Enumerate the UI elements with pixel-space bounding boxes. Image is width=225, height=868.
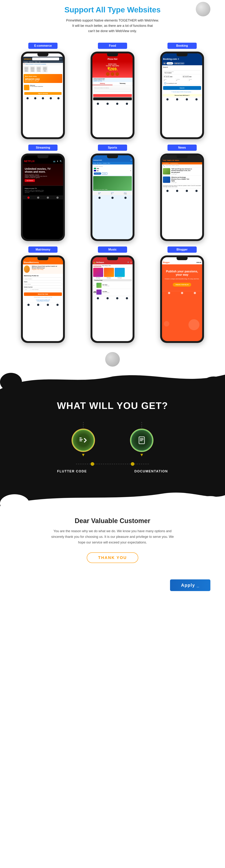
- search-icon[interactable]: [176, 98, 178, 100]
- saved-nav-icon[interactable]: [186, 190, 188, 192]
- teams-nav-icon[interactable]: [111, 197, 114, 199]
- cast-icon[interactable]: 📺: [53, 160, 55, 162]
- create-team-btn[interactable]: Create Team: [94, 173, 101, 175]
- search-nav-icon[interactable]: [37, 304, 39, 306]
- music-bottom-nav: [92, 296, 133, 300]
- profile-icon[interactable]: [57, 97, 59, 99]
- doc-down-arrow: ▼: [140, 452, 144, 458]
- svg-rect-9: [140, 440, 142, 441]
- music-song-item-2[interactable]: 2021 Teri Baat Various Artists: [92, 289, 133, 296]
- home-nav-icon[interactable]: [97, 103, 99, 105]
- location-input[interactable]: [94, 89, 131, 92]
- news-screen: THE TIMES OF INDIA TOP NEWS CORONAVIRUS …: [162, 155, 202, 239]
- blogger-signin[interactable]: SIGN IN: [197, 262, 201, 263]
- pizza-pizza-circles: [94, 72, 131, 76]
- trending-tab[interactable]: Trending Songs: [93, 265, 101, 267]
- profile-nav-icon[interactable]: [194, 292, 196, 294]
- home-nav-icon[interactable]: [168, 292, 170, 294]
- news-sub-header: TOP NEWS CORONAVIRUS: [162, 162, 202, 164]
- get-labels-row: FLUTTER CODE DOCUMENTATION: [18, 469, 207, 473]
- profile-nav-icon[interactable]: [126, 103, 128, 105]
- around-location-field[interactable]: Around current location Your location: [163, 70, 201, 74]
- pizza-banner: MOMO MIAL TASTE THE EPIC ₹269.: [92, 61, 133, 78]
- home-nav-icon[interactable]: [97, 297, 99, 299]
- search-icon[interactable]: 🔍: [163, 165, 165, 167]
- profile-nav-icon[interactable]: [56, 196, 59, 199]
- checkout-date[interactable]: Check-out date Sat, Jan 22, 2022: [182, 74, 201, 78]
- phone-notch-sports: [107, 155, 118, 158]
- amazon-sign-in-btn[interactable]: Sign in securely: [23, 91, 63, 96]
- name-input[interactable]: Enter Name: [24, 283, 62, 286]
- search-nav-icon[interactable]: [181, 292, 183, 294]
- home-nav-icon[interactable]: [166, 190, 169, 192]
- profile-for-dropdown[interactable]: Select Profile ▾: [24, 277, 62, 280]
- library-nav-icon[interactable]: [116, 297, 118, 299]
- amazon-nav: Category Wish List Deals Sell: [23, 61, 63, 63]
- desi-tab[interactable]: Desi: [109, 265, 111, 267]
- apply-button[interactable]: Apply _: [170, 579, 210, 591]
- phone-notch-streaming: [37, 155, 48, 158]
- create-blog-btn[interactable]: CREATE YOUR BLOG: [173, 283, 191, 287]
- cart-icon[interactable]: [42, 97, 44, 99]
- search-icon[interactable]: 🔍: [128, 261, 129, 263]
- header-section: Support All Type Websites PrimeWeb suppo…: [0, 0, 225, 37]
- menu-icon[interactable]: [50, 97, 52, 99]
- contest-buttons: Create Team Contests: [94, 173, 131, 175]
- home-nav-icon[interactable]: [27, 304, 30, 306]
- search-nav-icon[interactable]: [176, 190, 178, 192]
- amazon-search-bar[interactable]: Search products...: [32, 57, 59, 60]
- home-nav-icon[interactable]: [27, 196, 30, 199]
- adults-field[interactable]: Adults 2: [163, 78, 176, 82]
- menu-icon[interactable]: ☰: [131, 261, 132, 263]
- stays-tab[interactable]: 🏠: [163, 62, 166, 65]
- saved-nav-icon[interactable]: [47, 196, 49, 199]
- profile-nav-icon[interactable]: [126, 297, 128, 299]
- profile-nav-icon[interactable]: [124, 197, 126, 199]
- profile-nav-icon[interactable]: [56, 304, 59, 306]
- profile-icon[interactable]: [195, 98, 198, 100]
- checkin-date[interactable]: Check-in date Fri, Jan 21, 2022: [163, 74, 182, 78]
- delivery-tab[interactable]: Delivery: [92, 82, 113, 85]
- rooms-field[interactable]: Rooms 1: [188, 78, 201, 82]
- search-nav-icon[interactable]: 🔍: [60, 160, 62, 162]
- bottom-wave-svg: [0, 488, 225, 506]
- search-nav-icon[interactable]: [37, 196, 39, 199]
- thankyou-section: Dear Valuable Customer You are the reaso…: [0, 506, 225, 574]
- song-image-3: [115, 268, 125, 277]
- amazon-cart-icon[interactable]: 🛒: [60, 58, 62, 60]
- new-tab[interactable]: New Songs: [102, 265, 108, 267]
- netflix-get-started-btn[interactable]: Get Started: [25, 179, 35, 182]
- download-icon[interactable]: ⬇: [57, 160, 58, 162]
- home-nav-icon[interactable]: [99, 197, 101, 199]
- flight-hotel-tab[interactable]: ✈🏠 Flight + Hotel: [173, 62, 185, 65]
- register-free-btn[interactable]: REGISTER FREE: [24, 292, 62, 296]
- saved-icon[interactable]: [186, 98, 188, 100]
- search-icon[interactable]: [34, 97, 36, 99]
- phone-label-news: News: [167, 145, 197, 151]
- booking-search-btn[interactable]: Search: [163, 86, 201, 90]
- sports-menu-icon[interactable]: ☰: [131, 159, 132, 161]
- mobile-input[interactable]: Enter Number: [31, 288, 62, 291]
- phone-label-streaming: Streaming: [28, 145, 58, 151]
- children-field[interactable]: Children 0: [176, 78, 188, 82]
- home-icon[interactable]: [166, 98, 169, 100]
- home-icon[interactable]: [27, 97, 29, 99]
- country-code[interactable]: +91: [24, 288, 30, 291]
- music-song-item-1[interactable]: 1 Har Taraf A. R. Rahman: [92, 282, 133, 289]
- search-nav-icon[interactable]: [107, 103, 109, 105]
- search-nav-icon[interactable]: [107, 297, 109, 299]
- news-item-3: Coronavirus Omicron variant in India liv…: [162, 184, 202, 188]
- takeaway-tab[interactable]: Takeaway: [113, 82, 133, 85]
- amazon-location-bar: 📍 Select a location to see product avail…: [23, 63, 63, 65]
- thankyou-button[interactable]: THANK YOU: [87, 552, 138, 563]
- travel-work-checkbox[interactable]: I'm travelling for work: [163, 82, 201, 85]
- bharatmatrimony-logo: BharatMatrimony: [24, 261, 39, 264]
- sports-header: fantasycricket ☰: [92, 159, 133, 162]
- dark-wave-section: WHAT WILL YOU GET? ▼: [0, 371, 225, 506]
- flights-tab[interactable]: ✈ Flights: [167, 62, 173, 65]
- contact-profiles-link[interactable]: Contact genuine profiles withLuxury Band…: [23, 299, 63, 302]
- cart-nav-icon[interactable]: [116, 103, 118, 105]
- match-nav-icon[interactable]: [47, 304, 49, 306]
- contests-btn[interactable]: Contests: [102, 173, 108, 175]
- profile-nav-icon[interactable]: [195, 190, 198, 192]
